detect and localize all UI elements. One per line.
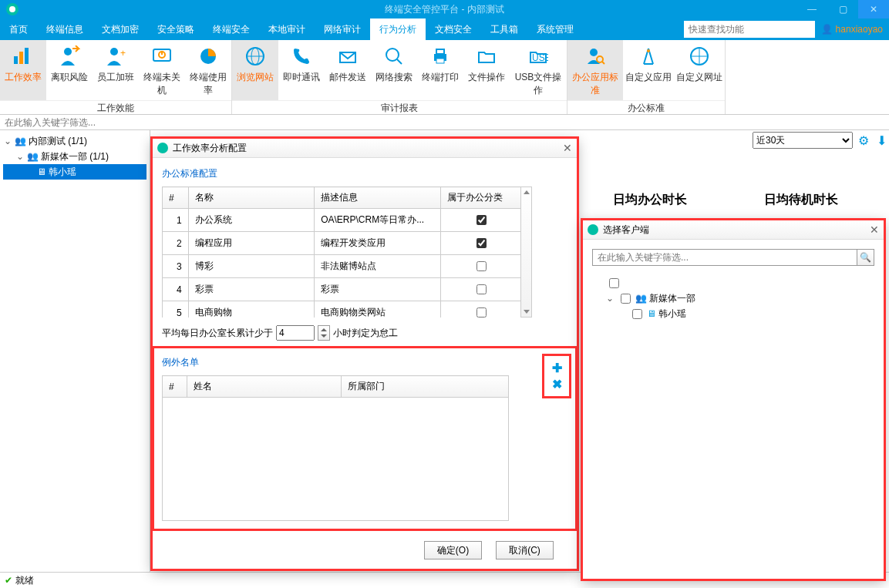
svg-line-22 (602, 62, 604, 64)
ribbon-group-label-efficiency: 工作效能 (0, 100, 231, 114)
expand-icon[interactable]: ⌄ (15, 151, 25, 162)
ribbon-office-app-standard[interactable]: 办公应用标准 (567, 40, 623, 100)
globe-icon (244, 45, 267, 68)
ribbon-browse-web[interactable]: 浏览网站 (232, 40, 278, 100)
tree-group[interactable]: ⌄ 👥 新媒体一部 (1/1) (3, 149, 146, 164)
minimize-button[interactable]: — (796, 0, 827, 18)
table-row: 2编程应用编程开发类应用 (163, 232, 522, 255)
tree-root[interactable]: ⌄ 👥 内部测试 (1/1) (3, 133, 146, 149)
client-leaf-checkbox[interactable] (632, 309, 642, 319)
ribbon-email[interactable]: 邮件发送 (325, 40, 371, 100)
client-tree-group[interactable]: ⌄ 👥 新媒体一部 (592, 291, 874, 306)
globe2-icon (688, 45, 711, 68)
category-checkbox[interactable] (476, 238, 487, 248)
dialog2-titlebar[interactable]: 选择客户端 ✕ (583, 220, 884, 240)
col-desc[interactable]: 描述信息 (315, 187, 440, 209)
ribbon-overtime[interactable]: +员工加班 (93, 40, 139, 100)
users-icon: 👥 (635, 293, 647, 304)
exc-col-index[interactable]: # (163, 376, 187, 398)
dialog1-titlebar[interactable]: 工作效率分析配置 ✕ (153, 139, 577, 158)
menu-behavior-analysis[interactable]: 行为分析 (370, 18, 426, 40)
office-standard-table: # 名称 描述信息 属于办公分类 1办公系统OA\ERP\CRM等日常办... … (162, 186, 522, 318)
ribbon-im[interactable]: 即时通讯 (278, 40, 325, 100)
client-search-input[interactable] (592, 249, 857, 266)
col-index[interactable]: # (163, 187, 189, 209)
quick-search-input[interactable] (684, 21, 815, 38)
table-scrollbar[interactable] (520, 186, 532, 318)
tree-filter-input[interactable] (0, 115, 150, 129)
table-row: 3博彩非法赌博站点 (163, 255, 522, 278)
client-search-button[interactable]: 🔍 (857, 249, 874, 266)
current-user[interactable]: 👤 hanxiaoyao (815, 24, 889, 35)
category-checkbox[interactable] (476, 215, 487, 225)
menu-system-management[interactable]: 系统管理 (527, 18, 583, 40)
exc-col-dept[interactable]: 所属部门 (342, 376, 509, 398)
ribbon-print[interactable]: 终端打印 (417, 40, 463, 100)
stat-office-time: 日均办公时长 (613, 192, 687, 208)
exc-col-name[interactable]: 姓名 (187, 376, 342, 398)
col-name[interactable]: 名称 (188, 187, 314, 209)
client-group-checkbox[interactable] (621, 294, 631, 304)
svg-point-20 (590, 49, 598, 56)
category-checkbox[interactable] (476, 284, 487, 294)
ribbon-usb-ops[interactable]: USBUSB文件操作 (510, 40, 567, 100)
category-checkbox[interactable] (476, 261, 487, 271)
dialog1-ok-button[interactable]: 确定(O) (424, 541, 482, 559)
settings-icon[interactable]: ⚙ (856, 133, 871, 148)
ribbon-custom-app[interactable]: 自定义应用 (623, 40, 674, 100)
dialog1-close-icon[interactable]: ✕ (563, 142, 572, 154)
stat-idle-time: 日均待机时长 (764, 192, 838, 208)
client-root-checkbox[interactable] (609, 278, 619, 288)
menu-doc-security[interactable]: 文档安全 (426, 18, 481, 40)
users-icon: 👥 (15, 136, 26, 146)
compass-icon (637, 45, 660, 68)
filter-row (0, 115, 889, 130)
svg-rect-2 (25, 48, 29, 64)
ribbon-usage-rate[interactable]: 终端使用率 (185, 40, 231, 100)
close-button[interactable]: ✕ (858, 0, 889, 18)
svg-point-21 (597, 56, 603, 62)
avg-hours-row: 平均每日办公室长累计少于 小时判定为怠工 (162, 325, 567, 341)
exception-table-body[interactable] (162, 398, 509, 521)
avg-hours-input[interactable] (276, 325, 315, 341)
printer-icon (429, 45, 452, 68)
client-tree-leaf[interactable]: 🖥 韩小瑶 (592, 306, 874, 321)
menu-home[interactable]: 首页 (0, 18, 37, 40)
exception-remove-button[interactable]: ✖ (549, 377, 564, 391)
svg-point-4 (110, 48, 118, 55)
ribbon-web-search[interactable]: 网络搜索 (371, 40, 417, 100)
menu-terminal-info[interactable]: 终端信息 (37, 18, 93, 40)
hours-spinner[interactable] (318, 325, 330, 341)
menu-local-audit[interactable]: 本地审计 (259, 18, 315, 40)
client-tree-root[interactable] (592, 275, 874, 291)
category-checkbox[interactable] (476, 307, 487, 318)
ribbon-file-ops[interactable]: 文件操作 (463, 40, 510, 100)
dialog1-title: 工作效率分析配置 (173, 142, 247, 155)
dialog1-cancel-button[interactable]: 取消(C) (496, 541, 554, 559)
user-add-icon: + (104, 45, 127, 68)
search-globe-icon (382, 45, 406, 68)
dialog2-close-icon[interactable]: ✕ (870, 223, 879, 236)
expand-icon[interactable]: ⌄ (606, 293, 615, 304)
table-row: 4彩票彩票 (163, 278, 522, 301)
work-efficiency-config-dialog: 工作效率分析配置 ✕ 办公标准配置 # 名称 描述信息 属于办公分类 1办公系统… (152, 138, 578, 570)
org-tree: ⌄ 👥 内部测试 (1/1) ⌄ 👥 新媒体一部 (1/1) 🖥 韩小瑶 (0, 130, 150, 572)
menu-security-policy[interactable]: 安全策略 (148, 18, 204, 40)
time-range-select[interactable]: 近30天 (753, 132, 853, 149)
download-icon[interactable]: ⬇ (874, 133, 889, 148)
menu-network-audit[interactable]: 网络审计 (315, 18, 370, 40)
ribbon-not-shutdown[interactable]: 终端未关机 (139, 40, 185, 100)
exception-add-button[interactable]: ✚ (549, 361, 564, 375)
main-menu: 首页 终端信息 文档加密 安全策略 终端安全 本地审计 网络审计 行为分析 文档… (0, 18, 889, 40)
menu-terminal-security[interactable]: 终端安全 (204, 18, 259, 40)
maximize-button[interactable]: ▢ (827, 0, 858, 18)
menu-doc-encrypt[interactable]: 文档加密 (93, 18, 148, 40)
expand-icon[interactable]: ⌄ (3, 136, 12, 146)
ribbon-group-label-audit: 审计报表 (232, 100, 567, 114)
menu-toolbox[interactable]: 工具箱 (481, 18, 527, 40)
ribbon-work-efficiency[interactable]: 工作效率 (0, 40, 46, 100)
ribbon-custom-url[interactable]: 自定义网址 (674, 40, 725, 100)
ribbon-resignation-risk[interactable]: 离职风险 (46, 40, 93, 100)
col-category[interactable]: 属于办公分类 (440, 187, 521, 209)
tree-leaf[interactable]: 🖥 韩小瑶 (3, 164, 146, 180)
